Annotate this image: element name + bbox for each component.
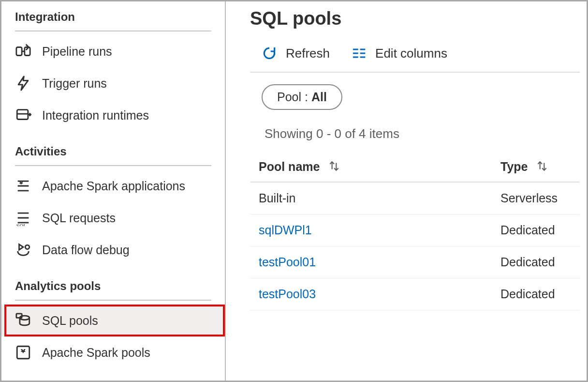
- table-row: sqlDWPl1Dedicated: [250, 214, 580, 246]
- cell-pool-name: Built-in: [250, 182, 492, 214]
- cell-pool-name[interactable]: testPool01: [250, 246, 492, 278]
- results-summary: Showing 0 - 0 of 4 items: [250, 122, 580, 152]
- sidebar-item-sql-pools[interactable]: SQL pools: [1, 305, 225, 336]
- section-header-analytics-pools: Analytics pools: [1, 275, 225, 300]
- sort-icon: [536, 160, 548, 172]
- divider: [15, 31, 211, 31]
- selection-highlight: [4, 305, 225, 336]
- sidebar-item-pipeline-runs[interactable]: Pipeline runs: [1, 35, 225, 67]
- sidebar-item-integration-runtimes[interactable]: Integration runtimes: [1, 99, 225, 131]
- sidebar-item-sql-requests[interactable]: SQL requests: [1, 202, 225, 234]
- column-header-type[interactable]: Type: [492, 152, 580, 182]
- pool-filter-pill[interactable]: Pool : All: [262, 84, 342, 110]
- nav-label: Trigger runs: [42, 76, 107, 91]
- sidebar: Integration Pipeline runs Trigger runs I…: [1, 1, 226, 381]
- nav-label: Apache Spark pools: [42, 346, 150, 360]
- cell-type: Dedicated: [492, 214, 580, 246]
- refresh-label: Refresh: [286, 46, 330, 61]
- nav-label: Apache Spark applications: [42, 179, 185, 193]
- sidebar-item-data-flow-debug[interactable]: Data flow debug: [1, 234, 225, 266]
- divider: [15, 165, 211, 166]
- trigger-icon: [15, 75, 31, 92]
- sidebar-item-spark-pools[interactable]: Apache Spark pools: [1, 336, 225, 368]
- cell-type: Serverless: [492, 182, 580, 214]
- integration-runtime-icon: [15, 107, 31, 123]
- nav-label: Pipeline runs: [42, 45, 112, 59]
- col-name-label: Pool name: [259, 160, 320, 173]
- main-content: SQL pools Refresh Edit columns Pool : Al…: [226, 1, 587, 381]
- cell-type: Dedicated: [492, 278, 580, 310]
- spark-pools-icon: [15, 344, 31, 361]
- page-title: SQL pools: [250, 8, 580, 29]
- edit-columns-button[interactable]: Edit columns: [351, 46, 447, 61]
- sidebar-item-spark-applications[interactable]: Apache Spark applications: [1, 170, 225, 202]
- toolbar: Refresh Edit columns: [250, 41, 580, 73]
- filter-row: Pool : All: [250, 73, 580, 122]
- pools-table: Pool name Type Built-inServerlesssqlDWPl…: [250, 152, 580, 310]
- columns-icon: [351, 46, 367, 61]
- nav-label: SQL requests: [42, 211, 116, 225]
- section-header-integration: Integration: [1, 5, 225, 31]
- table-row: Built-inServerless: [250, 182, 580, 214]
- nav-label: Data flow debug: [42, 243, 130, 257]
- column-header-pool-name[interactable]: Pool name: [250, 152, 492, 182]
- section-header-activities: Activities: [1, 140, 225, 165]
- refresh-icon: [262, 46, 277, 61]
- sidebar-item-trigger-runs[interactable]: Trigger runs: [1, 67, 225, 99]
- nav-label: SQL pools: [42, 314, 98, 328]
- divider: [15, 300, 211, 301]
- sql-pools-icon: [15, 312, 31, 329]
- table-row: testPool03Dedicated: [250, 278, 580, 310]
- cell-type: Dedicated: [492, 246, 580, 278]
- nav-label: Integration runtimes: [42, 108, 149, 122]
- edit-columns-label: Edit columns: [375, 46, 447, 61]
- sql-requests-icon: [15, 210, 31, 226]
- filter-label: Pool :: [277, 90, 311, 104]
- data-flow-icon: [15, 242, 31, 258]
- filter-value: All: [311, 90, 327, 104]
- refresh-button[interactable]: Refresh: [262, 46, 330, 61]
- cell-pool-name[interactable]: testPool03: [250, 278, 492, 310]
- table-row: testPool01Dedicated: [250, 246, 580, 278]
- col-type-label: Type: [500, 160, 528, 173]
- cell-pool-name[interactable]: sqlDWPl1: [250, 214, 492, 246]
- pipeline-runs-icon: [15, 43, 31, 60]
- sort-icon: [328, 160, 340, 172]
- spark-app-icon: [15, 178, 31, 194]
